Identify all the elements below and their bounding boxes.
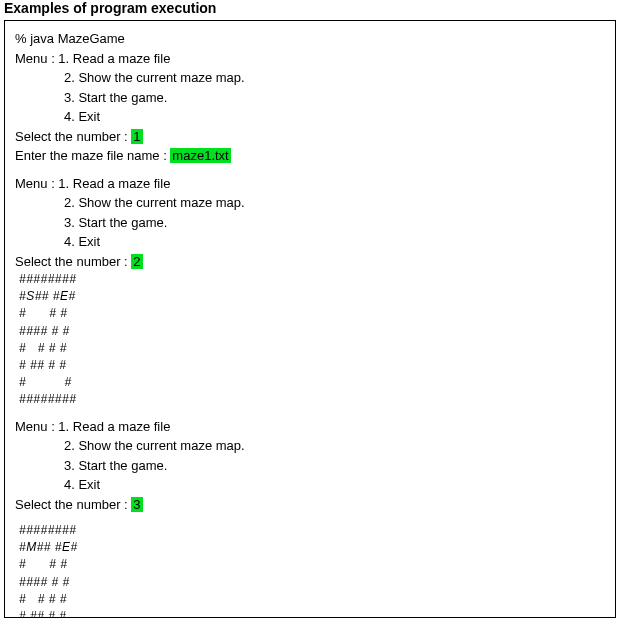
menu-line-1: Menu : 1. Read a maze file xyxy=(15,49,605,69)
menu-line-3: 3. Start the game. xyxy=(15,88,605,108)
menu-line-3c: 3. Start the game. xyxy=(15,456,605,476)
maze-row: # ## # # xyxy=(15,357,605,374)
select-prompt-3: Select the number : 3 xyxy=(15,495,605,515)
maze-row: ######## xyxy=(15,391,605,408)
terminal-output: % java MazeGame Menu : 1. Read a maze fi… xyxy=(4,20,616,618)
menu-line-1b: Menu : 1. Read a maze file xyxy=(15,174,605,194)
select-prompt-1: Select the number : 1 xyxy=(15,127,605,147)
command-line: % java MazeGame xyxy=(15,29,605,49)
maze-row: # # # xyxy=(15,305,605,322)
maze-row: # # # xyxy=(15,556,605,573)
maze-row: # ## # # xyxy=(15,608,605,618)
select-prompt-2: Select the number : 2 xyxy=(15,252,605,272)
user-input-3: 3 xyxy=(131,497,142,512)
menu-line-1c: Menu : 1. Read a maze file xyxy=(15,417,605,437)
user-input-1: 1 xyxy=(131,129,142,144)
file-prompt: Enter the maze file name : maze1.txt xyxy=(15,146,605,166)
maze-row: ######## xyxy=(15,522,605,539)
user-input-filename: maze1.txt xyxy=(170,148,230,163)
section-heading: Examples of program execution xyxy=(0,0,620,20)
maze-row: # # # # xyxy=(15,340,605,357)
menu-line-3b: 3. Start the game. xyxy=(15,213,605,233)
maze-row: #### # # xyxy=(15,574,605,591)
maze-row: #M## #E# xyxy=(15,539,605,556)
menu-line-4c: 4. Exit xyxy=(15,475,605,495)
menu-line-2: 2. Show the current maze map. xyxy=(15,68,605,88)
maze-row: #### # # xyxy=(15,323,605,340)
maze-row: ######## xyxy=(15,271,605,288)
menu-line-4: 4. Exit xyxy=(15,107,605,127)
user-input-2: 2 xyxy=(131,254,142,269)
maze-row: #S## #E# xyxy=(15,288,605,305)
menu-line-4b: 4. Exit xyxy=(15,232,605,252)
menu-line-2c: 2. Show the current maze map. xyxy=(15,436,605,456)
maze-row: # # xyxy=(15,374,605,391)
menu-line-2b: 2. Show the current maze map. xyxy=(15,193,605,213)
maze-row: # # # # xyxy=(15,591,605,608)
